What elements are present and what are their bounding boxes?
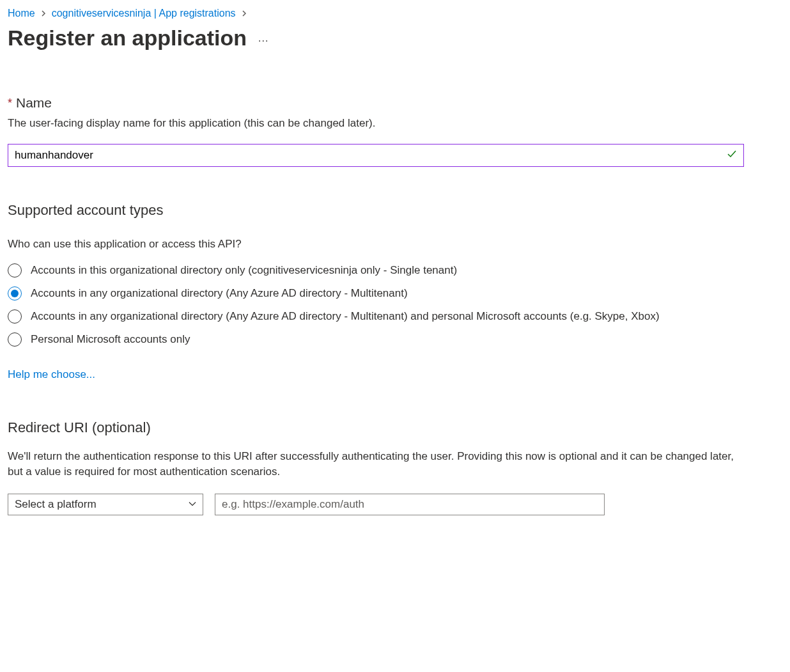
radio-label: Accounts in any organizational directory… (31, 310, 660, 323)
radio-dot-icon (11, 290, 19, 297)
redirect-uri-row: Select a platform (8, 494, 782, 515)
radio-icon (8, 309, 22, 324)
platform-select[interactable]: Select a platform (8, 494, 203, 515)
name-label: Name (16, 95, 52, 111)
redirect-uri-heading: Redirect URI (optional) (8, 419, 782, 436)
page-title-row: Register an application ··· (8, 26, 782, 51)
account-type-single-tenant[interactable]: Accounts in this organizational director… (8, 263, 782, 277)
radio-label: Accounts in any organizational directory… (31, 287, 408, 300)
account-type-radio-group: Accounts in this organizational director… (8, 263, 782, 347)
redirect-uri-input[interactable] (215, 494, 605, 515)
radio-icon (8, 332, 22, 347)
supported-account-types-heading: Supported account types (8, 202, 782, 219)
chevron-right-icon (40, 8, 47, 19)
radio-label: Personal Microsoft accounts only (31, 333, 190, 346)
name-input[interactable] (8, 144, 744, 167)
check-icon (726, 148, 738, 162)
account-type-multitenant-personal[interactable]: Accounts in any organizational directory… (8, 309, 782, 324)
name-description: The user-facing display name for this ap… (8, 117, 782, 130)
page-title: Register an application (8, 26, 247, 51)
breadcrumb: Home cognitiveservicesninja | App regist… (8, 8, 782, 19)
required-asterisk-icon: * (8, 97, 12, 110)
account-type-multitenant[interactable]: Accounts in any organizational directory… (8, 286, 782, 301)
radio-icon (8, 263, 22, 277)
breadcrumb-app-registrations[interactable]: cognitiveservicesninja | App registratio… (52, 8, 236, 19)
supported-account-types-question: Who can use this application or access t… (8, 238, 782, 251)
more-actions-button[interactable]: ··· (258, 30, 268, 47)
redirect-uri-description: We'll return the authentication response… (8, 449, 736, 480)
chevron-right-icon (241, 8, 247, 19)
radio-label: Accounts in this organizational director… (31, 264, 457, 277)
name-input-wrapper (8, 144, 744, 167)
platform-select-wrapper: Select a platform (8, 494, 203, 515)
help-me-choose-link[interactable]: Help me choose... (8, 368, 95, 381)
name-label-row: * Name (8, 95, 782, 111)
account-type-personal-only[interactable]: Personal Microsoft accounts only (8, 332, 782, 347)
radio-icon (8, 286, 22, 301)
breadcrumb-home[interactable]: Home (8, 8, 35, 19)
